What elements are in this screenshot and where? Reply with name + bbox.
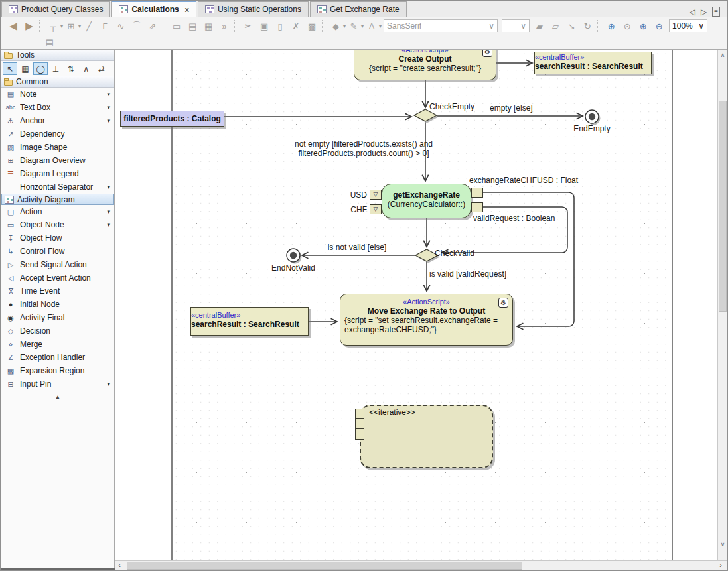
palette-item-diagram-overview[interactable]: ⊞ Diagram Overview [1,154,114,167]
to-front-icon[interactable]: ▰ [533,19,546,32]
palette-item-accept-event-action[interactable]: ◁ Accept Event Action [1,271,114,285]
tab-calculations[interactable]: Calculations x [111,1,196,17]
palette-item-expansion-region[interactable]: ▩ Expansion Region [1,364,114,377]
compress-tool[interactable]: ⊼ [79,62,94,75]
clone-icon[interactable]: ▩ [305,19,319,32]
select-tool[interactable]: ↖ [3,62,17,75]
to-back-icon[interactable]: ▱ [549,19,562,32]
forward-icon[interactable]: ▶ [23,19,36,32]
palette-item-object-node[interactable]: ▭ Object Node ▾ [1,218,114,231]
chevron-down-icon[interactable]: ▾ [107,381,112,387]
diagram-tree-icon[interactable]: ┬ [46,19,60,32]
object-node-filtered-products[interactable]: filteredProducts : Catalog [120,111,224,127]
tab-product-query-classes[interactable]: Product Query Classes [1,1,110,17]
zoom-level-select[interactable]: 100% ∨ [669,19,707,32]
font-family-select[interactable]: SansSerif ∨ [384,19,498,32]
horizontal-scroll-thumb[interactable] [127,562,522,570]
output-pin-exchange-rate[interactable] [471,188,483,198]
delete-icon[interactable]: ✗ [289,19,303,32]
select-related-icon[interactable]: ↘ [565,19,578,32]
palette-item-note[interactable]: ▤ Note ▾ [1,88,114,101]
palette-item-text-box[interactable]: abc Text Box ▾ [1,101,114,114]
horizontal-scrollbar[interactable]: ‹ › [115,560,727,570]
central-buffer-searchresult-top[interactable]: «centralBuffer» searchResult : SearchRes… [534,52,652,74]
palette-item-dependency[interactable]: ↗ Dependency [1,127,114,141]
paste-icon[interactable]: ▯ [273,19,287,32]
zoom-in-icon[interactable]: ⊕ [636,19,650,32]
palette-item-action[interactable]: ▢ Action ▾ [1,205,114,218]
scroll-down-arrow[interactable]: ∨ [718,539,727,550]
input-pin-usd[interactable]: ▽ [370,190,382,200]
chevron-down-icon[interactable]: ▾ [107,91,112,97]
fill-color-icon[interactable]: ◆ [329,19,342,32]
oblique-line-icon[interactable]: ∿ [114,19,127,32]
palette-item-anchor[interactable]: ⚓ Anchor ▾ [1,114,114,127]
palette-item-diagram-legend[interactable]: ☰ Diagram Legend [1,167,114,180]
palette-item-horizontal-separator[interactable]: ---- Horizontal Separator ▾ [1,180,114,194]
palette-item-control-flow[interactable]: ↳ Control Flow [1,245,114,258]
font-color-icon[interactable]: A [365,19,378,32]
palette-item-input-pin[interactable]: ⊟ Input Pin ▾ [1,377,114,391]
distribute-tool[interactable]: ⇅ [64,62,78,75]
font-size-select[interactable]: ∨ [502,19,530,32]
chevron-down-icon[interactable]: ▾ [107,184,112,190]
chevron-down-icon[interactable]: ▾ [107,117,112,124]
add-element-icon[interactable]: ⊞ [64,19,78,32]
chevron-down-icon[interactable]: ▾ [107,104,112,111]
input-pin-chf[interactable]: ▽ [370,204,382,214]
spline-line-icon[interactable]: ⇗ [146,19,159,32]
chevron-down-icon[interactable]: ▾ [107,208,112,215]
line-color-icon[interactable]: ✎ [347,19,360,32]
tab-list-icon[interactable]: ≡ [712,7,720,17]
palette-header-tools[interactable]: Tools [1,50,114,61]
activity-final-end-not-valid[interactable] [287,249,300,262]
tab-using-static-operations[interactable]: Using Static Operations [198,1,309,17]
vertical-scrollbar[interactable]: ∧ ∨ [717,50,727,560]
palette-item-decision[interactable]: ◇ Decision [1,324,114,338]
chevron-down-icon[interactable]: ▾ [379,23,382,29]
palette-item-object-flow[interactable]: ↧ Object Flow [1,231,114,245]
link-select-tool[interactable]: ◯ [33,62,48,75]
palette-item-initial-node[interactable]: ● Initial Node [1,298,114,311]
palette-item-activity-final[interactable]: ◉ Activity Final [1,311,114,324]
scroll-left-arrow[interactable]: ‹ [115,561,124,570]
grid-icon[interactable]: ▦ [202,19,215,32]
palette-header-common[interactable]: Common [1,76,114,88]
expansion-region-iterative[interactable]: <<iterative>> [360,405,493,468]
same-size-icon[interactable]: ▤ [186,19,199,32]
zoom-selection-icon[interactable]: ⊙ [620,19,634,32]
straight-line-icon[interactable]: ╱ [82,19,96,32]
palette-item-send-signal-action[interactable]: ▷ Send Signal Action [1,258,114,271]
action-get-exchange-rate[interactable]: getExchangeRate (CurrencyCalculator::) [382,184,471,218]
autosize-icon[interactable]: ▭ [170,19,183,32]
expansion-node-stack[interactable] [355,409,364,440]
palette-item-image-shape[interactable]: ▨ Image Shape [1,141,114,154]
stamp-tool[interactable]: ⊥ [48,62,63,75]
chevron-down-icon[interactable]: ▾ [78,23,81,29]
chevron-down-icon[interactable]: ▾ [60,23,63,29]
scroll-tabs-right-icon[interactable]: ▷ [701,7,707,17]
close-icon[interactable]: x [185,5,189,13]
palette-scroll-up-icon[interactable]: ▲ [1,391,114,401]
copy-icon[interactable]: ▣ [257,19,271,32]
overflow-chevrons[interactable]: » [218,19,231,32]
action-move-exchange-rate[interactable]: «ActionScript» Move Exchange Rate to Out… [340,294,513,346]
scroll-tabs-left-icon[interactable]: ◁ [690,7,695,17]
back-icon[interactable]: ◀ [7,19,20,32]
action-create-output[interactable]: «ActionScript» Create Output {script = "… [354,50,496,80]
cut-icon[interactable]: ✂ [242,19,255,32]
containment-icon[interactable]: ▤ [43,35,56,48]
zoom-fit-icon[interactable]: ⊕ [605,19,618,32]
refresh-icon[interactable]: ↻ [581,19,594,32]
output-pin-valid-request[interactable] [471,202,483,212]
palette-item-time-event[interactable]: ⋈ Time Event [1,285,114,298]
chevron-down-icon[interactable]: ▾ [107,222,112,228]
chevron-down-icon[interactable]: ▾ [361,23,364,29]
chevron-down-icon[interactable]: ▾ [343,23,346,29]
palette-item-merge[interactable]: ⋄ Merge [1,338,114,351]
palette-item-exception-handler[interactable]: Ƶ Exception Handler [1,351,114,364]
diagram-canvas[interactable]: «ActionScript» Create Output {script = "… [115,50,717,560]
swap-tool[interactable]: ⇄ [94,62,109,75]
tab-get-exchange-rate[interactable]: Get Exchange Rate [310,1,407,17]
scroll-up-arrow[interactable]: ∧ [718,50,727,60]
